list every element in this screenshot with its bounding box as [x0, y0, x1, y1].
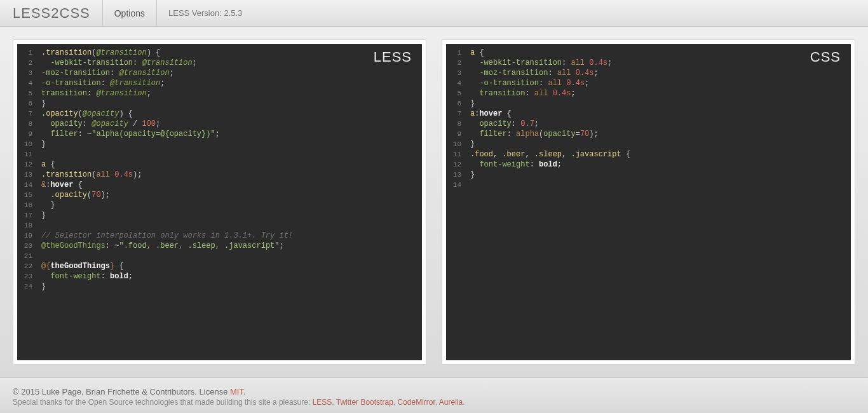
footer-link[interactable]: Twitter Bootstrap: [336, 398, 393, 407]
less-editor[interactable]: 123456789101112131415161718192021222324 …: [17, 44, 422, 360]
less-version-label: LESS Version: 2.5.3: [157, 0, 254, 26]
css-pane: CSS 1234567891011121314 a { -webkit-tran…: [442, 39, 855, 365]
options-button[interactable]: Options: [102, 0, 157, 26]
footer: © 2015 Luke Page, Brian Frichette & Cont…: [0, 377, 868, 413]
footer-link[interactable]: CodeMirror: [397, 398, 435, 407]
navbar: LESS2CSS Options LESS Version: 2.5.3: [0, 0, 868, 27]
license-link[interactable]: MIT: [230, 387, 243, 396]
less-pane: LESS 12345678910111213141516171819202122…: [13, 39, 426, 365]
footer-thanks: Special thanks for the Open Source techn…: [13, 398, 855, 407]
less-gutter: 123456789101112131415161718192021222324: [17, 44, 36, 360]
css-code[interactable]: a { -webkit-transition: all 0.4s; -moz-t…: [465, 44, 851, 360]
main-area: LESS 12345678910111213141516171819202122…: [0, 27, 868, 377]
brand-logo: LESS2CSS: [13, 0, 103, 26]
footer-link[interactable]: LESS: [313, 398, 332, 407]
less-code[interactable]: .transition(@transition) { -webkit-trans…: [36, 44, 422, 360]
footer-link[interactable]: Aurelia: [439, 398, 463, 407]
css-gutter: 1234567891011121314: [446, 44, 465, 360]
footer-copyright: © 2015 Luke Page, Brian Frichette & Cont…: [13, 387, 855, 396]
css-editor[interactable]: 1234567891011121314 a { -webkit-transiti…: [446, 44, 851, 360]
